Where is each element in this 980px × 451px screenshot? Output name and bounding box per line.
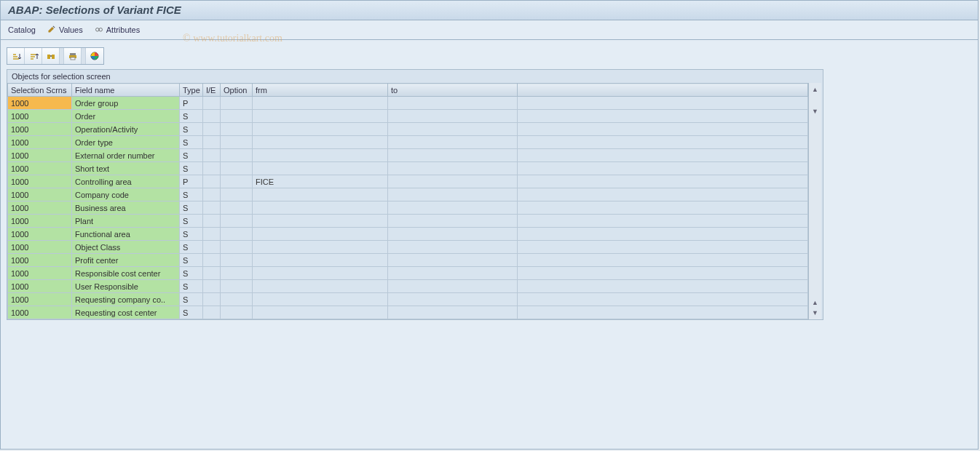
cell-field-name[interactable]: Company code: [72, 188, 180, 201]
cell-option[interactable]: [221, 188, 253, 201]
cell-field-name[interactable]: Business area: [72, 201, 180, 215]
cell-ie[interactable]: [203, 123, 221, 136]
cell-scrn[interactable]: 1000: [8, 149, 72, 162]
cell-type[interactable]: S: [180, 136, 203, 149]
cell-scrn[interactable]: 1000: [8, 254, 72, 267]
cell-ie[interactable]: [203, 228, 221, 241]
cell-option[interactable]: [221, 241, 253, 254]
cell-type[interactable]: S: [180, 123, 203, 136]
cell-option[interactable]: [221, 228, 253, 241]
table-row[interactable]: 1000OrderS: [8, 110, 808, 123]
cell-ie[interactable]: [203, 267, 221, 280]
cell-scrn[interactable]: 1000: [8, 110, 72, 123]
cell-type[interactable]: P: [180, 97, 203, 110]
col-frm[interactable]: frm: [253, 84, 388, 97]
cell-option[interactable]: [221, 201, 253, 215]
cell-option[interactable]: [221, 97, 253, 110]
cell-to[interactable]: [388, 280, 518, 293]
cell-type[interactable]: S: [180, 188, 203, 201]
table-row[interactable]: 1000Company codeS: [8, 188, 808, 201]
sort-desc-button[interactable]: [25, 48, 42, 64]
cell-type[interactable]: S: [180, 149, 203, 162]
cell-to[interactable]: [388, 110, 518, 123]
cell-scrn[interactable]: 1000: [8, 162, 72, 175]
cell-type[interactable]: S: [180, 306, 203, 319]
cell-to[interactable]: [388, 136, 518, 149]
cell-type[interactable]: S: [180, 267, 203, 280]
cell-to[interactable]: [388, 228, 518, 241]
cell-frm[interactable]: [253, 267, 388, 280]
cell-field-name[interactable]: Order group: [72, 97, 180, 110]
cell-scrn[interactable]: 1000: [8, 267, 72, 280]
cell-option[interactable]: [221, 254, 253, 267]
cell-frm[interactable]: [253, 306, 388, 319]
cell-to[interactable]: [388, 149, 518, 162]
cell-option[interactable]: [221, 293, 253, 306]
table-row[interactable]: 1000Controlling areaPFICE: [8, 175, 808, 188]
table-row[interactable]: 1000Functional areaS: [8, 228, 808, 241]
cell-type[interactable]: S: [180, 110, 203, 123]
cell-to[interactable]: [388, 201, 518, 215]
scroll-up2-icon[interactable]: ▲: [809, 298, 821, 308]
col-type[interactable]: Type: [180, 84, 203, 97]
print-button[interactable]: [64, 48, 82, 64]
cell-option[interactable]: [221, 162, 253, 175]
cell-field-name[interactable]: Functional area: [72, 228, 180, 241]
cell-frm[interactable]: [253, 280, 388, 293]
cell-scrn[interactable]: 1000: [8, 228, 72, 241]
col-to[interactable]: to: [388, 84, 518, 97]
cell-scrn[interactable]: 1000: [8, 215, 72, 228]
values-button[interactable]: Values: [47, 25, 83, 35]
cell-ie[interactable]: [203, 136, 221, 149]
cell-frm[interactable]: [253, 136, 388, 149]
cell-frm[interactable]: [253, 97, 388, 110]
table-row[interactable]: 1000Short textS: [8, 162, 808, 175]
cell-frm[interactable]: [253, 188, 388, 201]
cell-scrn[interactable]: 1000: [8, 293, 72, 306]
cell-ie[interactable]: [203, 162, 221, 175]
table-row[interactable]: 1000Operation/ActivityS: [8, 123, 808, 136]
cell-ie[interactable]: [203, 241, 221, 254]
cell-to[interactable]: [388, 175, 518, 188]
cell-field-name[interactable]: Responsible cost center: [72, 267, 180, 280]
cell-option[interactable]: [221, 110, 253, 123]
cell-frm[interactable]: [253, 215, 388, 228]
cell-to[interactable]: [388, 293, 518, 306]
cell-frm[interactable]: [253, 293, 388, 306]
table-row[interactable]: 1000Requesting cost centerS: [8, 306, 808, 319]
cell-type[interactable]: S: [180, 228, 203, 241]
cell-field-name[interactable]: Object Class: [72, 241, 180, 254]
find-button[interactable]: [42, 48, 60, 64]
cell-to[interactable]: [388, 97, 518, 110]
cell-to[interactable]: [388, 306, 518, 319]
table-row[interactable]: 1000External order numberS: [8, 149, 808, 162]
cell-field-name[interactable]: Plant: [72, 215, 180, 228]
cell-scrn[interactable]: 1000: [8, 97, 72, 110]
cell-scrn[interactable]: 1000: [8, 123, 72, 136]
table-row[interactable]: 1000PlantS: [8, 215, 808, 228]
table-row[interactable]: 1000Object ClassS: [8, 241, 808, 254]
col-selection-scrns[interactable]: Selection Scrns: [8, 84, 72, 97]
cell-type[interactable]: S: [180, 162, 203, 175]
col-option[interactable]: Option: [221, 84, 253, 97]
cell-type[interactable]: S: [180, 254, 203, 267]
cell-field-name[interactable]: Order type: [72, 136, 180, 149]
cell-scrn[interactable]: 1000: [8, 306, 72, 319]
cell-field-name[interactable]: Short text: [72, 162, 180, 175]
scroll-down2-icon[interactable]: ▼: [809, 308, 821, 318]
cell-type[interactable]: S: [180, 215, 203, 228]
cell-to[interactable]: [388, 254, 518, 267]
cell-option[interactable]: [221, 136, 253, 149]
cell-to[interactable]: [388, 215, 518, 228]
cell-frm[interactable]: [253, 123, 388, 136]
table-row[interactable]: 1000Profit centerS: [8, 254, 808, 267]
cell-field-name[interactable]: Requesting company co..: [72, 293, 180, 306]
cell-type[interactable]: S: [180, 201, 203, 215]
cell-to[interactable]: [388, 123, 518, 136]
cell-type[interactable]: S: [180, 241, 203, 254]
cell-scrn[interactable]: 1000: [8, 201, 72, 215]
table-row[interactable]: 1000Requesting company co..S: [8, 293, 808, 306]
cell-to[interactable]: [388, 162, 518, 175]
cell-to[interactable]: [388, 188, 518, 201]
cell-frm[interactable]: [253, 149, 388, 162]
